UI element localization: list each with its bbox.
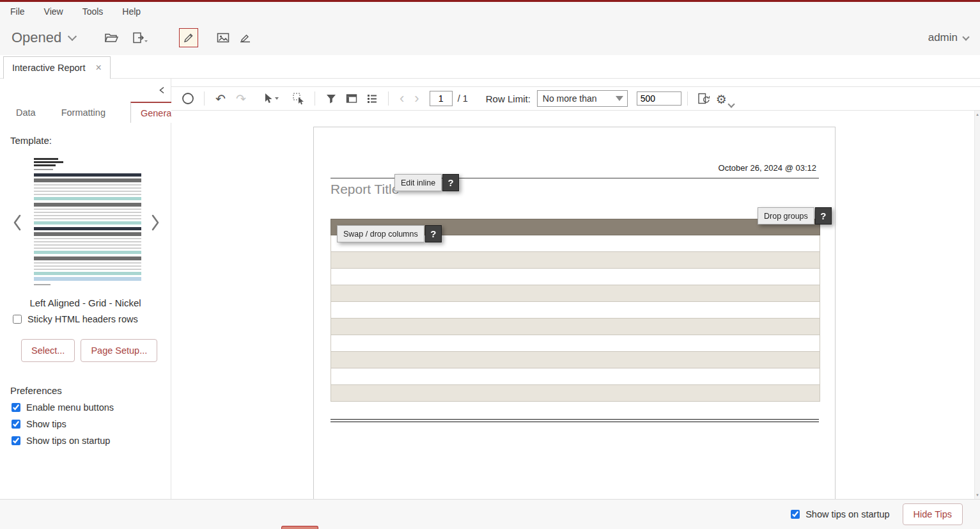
tab-formatting[interactable]: Formatting <box>52 102 115 123</box>
template-carousel <box>0 154 171 292</box>
tooltip-text: Swap / drop columns <box>337 225 424 242</box>
report-page[interactable]: October 26, 2024 @ 03:12 Report Title Ed… <box>313 127 836 499</box>
footer-show-tips-option[interactable]: Show tips on startup <box>791 509 889 519</box>
sticky-headers-label: Sticky HTML headers rows <box>27 314 138 324</box>
footer-bar: Show tips on startup Hide Tips <box>0 499 980 529</box>
settings-gear-icon[interactable]: ⚙ <box>716 90 734 107</box>
carousel-next-button[interactable] <box>148 213 162 232</box>
table-footer-rule <box>331 419 819 422</box>
opened-dropdown[interactable]: Opened <box>12 29 75 46</box>
pref-show-tips-startup[interactable]: Show tips on startup <box>12 436 171 446</box>
close-icon[interactable]: × <box>95 63 101 73</box>
table-row <box>331 319 820 335</box>
vertical-scrollbar[interactable]: ▲ ▼ <box>974 111 980 499</box>
report-title[interactable]: Report Title <box>331 182 399 197</box>
menubar: File View Tools Help <box>0 2 980 21</box>
report-timestamp: October 26, 2024 @ 03:12 <box>719 163 816 173</box>
report-canvas: October 26, 2024 @ 03:12 Report Title Ed… <box>171 111 974 499</box>
table-row <box>331 385 820 402</box>
toolbar-separator <box>204 91 205 106</box>
shape-circle-tool-icon[interactable] <box>180 90 196 107</box>
drop-groups-tooltip: Drop groups ? <box>758 207 832 225</box>
menu-view[interactable]: View <box>44 6 63 17</box>
table-body <box>331 235 820 402</box>
table-row <box>331 302 820 319</box>
sidebar-panel: Data Formatting General Template: <box>0 79 171 499</box>
chevron-down-icon <box>68 31 77 40</box>
template-caption: Left Aligned - Grid - Nickel <box>0 297 171 308</box>
template-thumbnail[interactable] <box>29 154 146 290</box>
pref-label: Show tips <box>26 419 66 429</box>
filter-icon[interactable] <box>323 90 339 107</box>
chevron-down-icon <box>727 100 735 107</box>
table-row <box>331 368 820 385</box>
top-toolbar: Opened admin <box>0 21 980 54</box>
hide-tips-button[interactable]: Hide Tips <box>903 503 963 525</box>
user-name: admin <box>928 31 958 44</box>
opened-label: Opened <box>12 29 61 46</box>
pref-show-tips[interactable]: Show tips <box>12 419 171 429</box>
gear-glyph: ⚙ <box>716 92 727 107</box>
row-limit-operator-select[interactable]: No more than <box>537 90 628 107</box>
footer-show-tips-label: Show tips on startup <box>805 509 889 519</box>
table-row <box>331 252 820 269</box>
sticky-headers-checkbox[interactable] <box>13 315 22 324</box>
prev-page-button[interactable]: ‹ <box>400 91 404 106</box>
sidebar-tabs: Data Formatting General <box>0 102 171 123</box>
next-page-button[interactable]: › <box>414 91 419 106</box>
app-chrome: File View Tools Help Opened admin <box>0 2 980 55</box>
menu-file[interactable]: File <box>10 6 25 17</box>
edit-inline-tooltip: Edit inline ? <box>394 174 459 191</box>
export-report-icon[interactable] <box>696 90 712 107</box>
document-tabstrip: Interactive Report × <box>0 55 980 79</box>
export-file-icon[interactable] <box>130 28 150 47</box>
page-setup-button[interactable]: Page Setup... <box>81 339 157 362</box>
table-row <box>331 335 820 352</box>
sticky-headers-option[interactable]: Sticky HTML headers rows <box>13 314 171 324</box>
page-total-label: / 1 <box>458 93 468 104</box>
report-toolbar: ↶ ↷ ‹ › / 1 Row Limit: No more than ⚙ <box>171 86 980 111</box>
footer-show-tips-checkbox[interactable] <box>791 510 800 519</box>
table-row <box>331 285 820 302</box>
select-template-button[interactable]: Select... <box>21 339 75 362</box>
undo-icon[interactable]: ↶ <box>212 90 229 107</box>
user-menu[interactable]: admin <box>928 31 968 44</box>
dropdown-triangle-icon <box>616 96 623 101</box>
image-icon[interactable] <box>214 28 233 47</box>
scroll-down-icon[interactable]: ▼ <box>976 493 979 497</box>
help-button[interactable]: ? <box>425 225 442 242</box>
redo-icon[interactable]: ↷ <box>233 90 249 107</box>
row-limit-label: Row Limit: <box>486 93 531 104</box>
menu-help[interactable]: Help <box>122 6 141 17</box>
collapse-sidebar-button[interactable] <box>159 86 165 94</box>
template-label: Template: <box>10 135 171 146</box>
show-tips-startup-checkbox[interactable] <box>12 436 20 445</box>
help-button[interactable]: ? <box>815 207 832 225</box>
pref-label: Enable menu buttons <box>26 402 114 413</box>
tooltip-text: Edit inline <box>394 174 442 191</box>
scroll-up-icon[interactable]: ▲ <box>976 113 979 116</box>
pref-enable-menu-buttons[interactable]: Enable menu buttons <box>12 402 171 413</box>
tab-data[interactable]: Data <box>6 102 45 123</box>
help-button[interactable]: ? <box>442 174 459 191</box>
row-limit-input[interactable] <box>637 91 681 106</box>
toolbar-separator <box>388 91 389 106</box>
show-tips-checkbox[interactable] <box>12 420 20 429</box>
signature-edit-icon[interactable] <box>237 28 256 47</box>
menu-tools[interactable]: Tools <box>82 6 104 17</box>
tab-label: Interactive Report <box>12 63 85 73</box>
edit-pencil-icon[interactable] <box>179 28 198 47</box>
carousel-prev-button[interactable] <box>10 213 24 232</box>
select-tool-icon[interactable] <box>260 90 282 107</box>
table-icon[interactable] <box>343 90 360 107</box>
tab-interactive-report[interactable]: Interactive Report × <box>3 56 111 79</box>
page-number-input[interactable] <box>430 91 453 106</box>
open-folder-icon[interactable] <box>102 28 121 47</box>
enable-menu-buttons-checkbox[interactable] <box>12 403 20 412</box>
clear-selection-icon[interactable] <box>290 90 307 107</box>
brand-stripe <box>0 0 980 2</box>
template-preview-graphic <box>29 154 146 290</box>
pref-label: Show tips on startup <box>26 436 110 446</box>
list-icon[interactable] <box>364 90 380 107</box>
table-row <box>331 269 820 285</box>
